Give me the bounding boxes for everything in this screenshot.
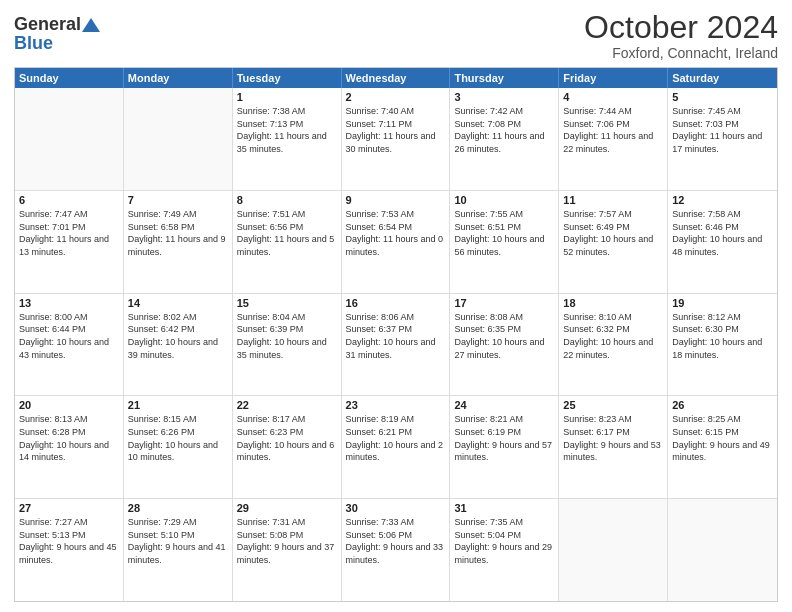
- day-number: 23: [346, 399, 446, 411]
- sunrise: Sunrise: 7:58 AM: [672, 208, 773, 221]
- sunset: Sunset: 5:13 PM: [19, 529, 119, 542]
- daylight: Daylight: 9 hours and 45 minutes.: [19, 541, 119, 566]
- sunrise: Sunrise: 8:23 AM: [563, 413, 663, 426]
- daylight: Daylight: 9 hours and 49 minutes.: [672, 439, 773, 464]
- header-cell-thursday: Thursday: [450, 68, 559, 88]
- sunrise: Sunrise: 8:10 AM: [563, 311, 663, 324]
- sunrise: Sunrise: 8:17 AM: [237, 413, 337, 426]
- sunrise: Sunrise: 7:49 AM: [128, 208, 228, 221]
- calendar-cell: 2Sunrise: 7:40 AMSunset: 7:11 PMDaylight…: [342, 88, 451, 190]
- daylight: Daylight: 10 hours and 39 minutes.: [128, 336, 228, 361]
- calendar-cell: 27Sunrise: 7:27 AMSunset: 5:13 PMDayligh…: [15, 499, 124, 601]
- sunset: Sunset: 6:51 PM: [454, 221, 554, 234]
- sunrise: Sunrise: 8:08 AM: [454, 311, 554, 324]
- sunrise: Sunrise: 8:06 AM: [346, 311, 446, 324]
- daylight: Daylight: 10 hours and 18 minutes.: [672, 336, 773, 361]
- day-number: 8: [237, 194, 337, 206]
- calendar-cell: 7Sunrise: 7:49 AMSunset: 6:58 PMDaylight…: [124, 191, 233, 293]
- daylight: Daylight: 11 hours and 17 minutes.: [672, 130, 773, 155]
- calendar-header: SundayMondayTuesdayWednesdayThursdayFrid…: [15, 68, 777, 88]
- logo-icon: [82, 16, 100, 34]
- sunrise: Sunrise: 7:29 AM: [128, 516, 228, 529]
- daylight: Daylight: 10 hours and 22 minutes.: [563, 336, 663, 361]
- sunset: Sunset: 6:44 PM: [19, 323, 119, 336]
- day-number: 31: [454, 502, 554, 514]
- sunrise: Sunrise: 8:21 AM: [454, 413, 554, 426]
- sunset: Sunset: 6:39 PM: [237, 323, 337, 336]
- sunrise: Sunrise: 8:25 AM: [672, 413, 773, 426]
- calendar-cell: 13Sunrise: 8:00 AMSunset: 6:44 PMDayligh…: [15, 294, 124, 396]
- daylight: Daylight: 9 hours and 33 minutes.: [346, 541, 446, 566]
- daylight: Daylight: 10 hours and 27 minutes.: [454, 336, 554, 361]
- day-number: 22: [237, 399, 337, 411]
- sunrise: Sunrise: 7:55 AM: [454, 208, 554, 221]
- svg-marker-0: [82, 18, 100, 32]
- calendar-cell: 26Sunrise: 8:25 AMSunset: 6:15 PMDayligh…: [668, 396, 777, 498]
- day-number: 29: [237, 502, 337, 514]
- day-number: 18: [563, 297, 663, 309]
- daylight: Daylight: 10 hours and 14 minutes.: [19, 439, 119, 464]
- sunset: Sunset: 6:42 PM: [128, 323, 228, 336]
- calendar-cell: 9Sunrise: 7:53 AMSunset: 6:54 PMDaylight…: [342, 191, 451, 293]
- calendar-cell: 25Sunrise: 8:23 AMSunset: 6:17 PMDayligh…: [559, 396, 668, 498]
- header: General Blue October 2024 Foxford, Conna…: [14, 10, 778, 61]
- calendar-cell: 30Sunrise: 7:33 AMSunset: 5:06 PMDayligh…: [342, 499, 451, 601]
- daylight: Daylight: 11 hours and 13 minutes.: [19, 233, 119, 258]
- day-number: 3: [454, 91, 554, 103]
- sunset: Sunset: 7:06 PM: [563, 118, 663, 131]
- logo-blue: Blue: [14, 33, 101, 54]
- calendar-cell: 14Sunrise: 8:02 AMSunset: 6:42 PMDayligh…: [124, 294, 233, 396]
- sunset: Sunset: 5:08 PM: [237, 529, 337, 542]
- daylight: Daylight: 11 hours and 22 minutes.: [563, 130, 663, 155]
- calendar-cell: 8Sunrise: 7:51 AMSunset: 6:56 PMDaylight…: [233, 191, 342, 293]
- day-number: 11: [563, 194, 663, 206]
- calendar-cell: [668, 499, 777, 601]
- daylight: Daylight: 9 hours and 41 minutes.: [128, 541, 228, 566]
- sunset: Sunset: 6:17 PM: [563, 426, 663, 439]
- sunrise: Sunrise: 7:51 AM: [237, 208, 337, 221]
- sunset: Sunset: 5:10 PM: [128, 529, 228, 542]
- sunrise: Sunrise: 7:57 AM: [563, 208, 663, 221]
- header-cell-wednesday: Wednesday: [342, 68, 451, 88]
- title-area: October 2024 Foxford, Connacht, Ireland: [584, 10, 778, 61]
- daylight: Daylight: 9 hours and 53 minutes.: [563, 439, 663, 464]
- logo-general: General: [14, 14, 81, 35]
- logo: General Blue: [14, 14, 101, 54]
- sunset: Sunset: 6:21 PM: [346, 426, 446, 439]
- sunset: Sunset: 6:46 PM: [672, 221, 773, 234]
- day-number: 27: [19, 502, 119, 514]
- day-number: 16: [346, 297, 446, 309]
- day-number: 26: [672, 399, 773, 411]
- day-number: 9: [346, 194, 446, 206]
- sunset: Sunset: 6:37 PM: [346, 323, 446, 336]
- calendar-cell: 1Sunrise: 7:38 AMSunset: 7:13 PMDaylight…: [233, 88, 342, 190]
- calendar-cell: 5Sunrise: 7:45 AMSunset: 7:03 PMDaylight…: [668, 88, 777, 190]
- header-cell-monday: Monday: [124, 68, 233, 88]
- daylight: Daylight: 10 hours and 52 minutes.: [563, 233, 663, 258]
- daylight: Daylight: 10 hours and 6 minutes.: [237, 439, 337, 464]
- sunset: Sunset: 6:56 PM: [237, 221, 337, 234]
- sunrise: Sunrise: 7:40 AM: [346, 105, 446, 118]
- calendar-row-3: 20Sunrise: 8:13 AMSunset: 6:28 PMDayligh…: [15, 395, 777, 498]
- daylight: Daylight: 10 hours and 35 minutes.: [237, 336, 337, 361]
- day-number: 24: [454, 399, 554, 411]
- sunrise: Sunrise: 8:13 AM: [19, 413, 119, 426]
- daylight: Daylight: 11 hours and 0 minutes.: [346, 233, 446, 258]
- calendar-body: 1Sunrise: 7:38 AMSunset: 7:13 PMDaylight…: [15, 88, 777, 601]
- day-number: 20: [19, 399, 119, 411]
- header-cell-sunday: Sunday: [15, 68, 124, 88]
- calendar-cell: [124, 88, 233, 190]
- calendar-row-4: 27Sunrise: 7:27 AMSunset: 5:13 PMDayligh…: [15, 498, 777, 601]
- sunrise: Sunrise: 7:53 AM: [346, 208, 446, 221]
- day-number: 19: [672, 297, 773, 309]
- calendar-cell: 18Sunrise: 8:10 AMSunset: 6:32 PMDayligh…: [559, 294, 668, 396]
- sunrise: Sunrise: 8:12 AM: [672, 311, 773, 324]
- daylight: Daylight: 10 hours and 56 minutes.: [454, 233, 554, 258]
- day-number: 1: [237, 91, 337, 103]
- day-number: 5: [672, 91, 773, 103]
- calendar-cell: 20Sunrise: 8:13 AMSunset: 6:28 PMDayligh…: [15, 396, 124, 498]
- sunrise: Sunrise: 7:27 AM: [19, 516, 119, 529]
- calendar-cell: 17Sunrise: 8:08 AMSunset: 6:35 PMDayligh…: [450, 294, 559, 396]
- sunset: Sunset: 7:03 PM: [672, 118, 773, 131]
- day-number: 15: [237, 297, 337, 309]
